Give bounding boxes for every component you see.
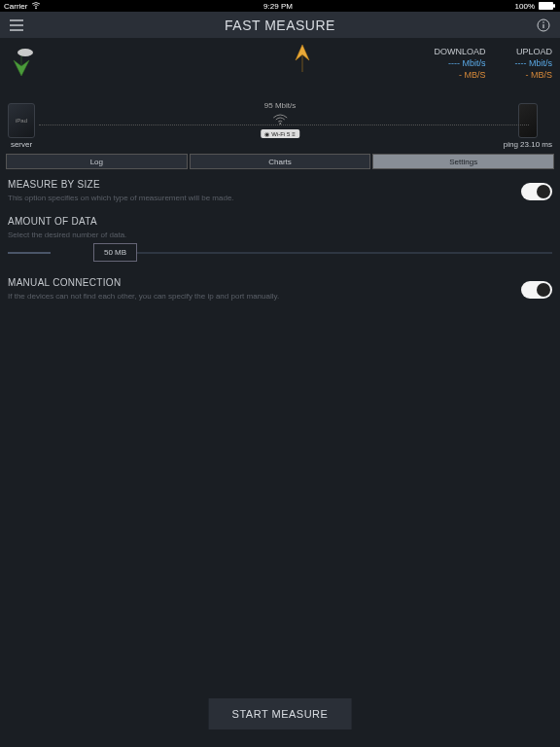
carrier-label: Carrier xyxy=(4,2,27,11)
svg-rect-5 xyxy=(542,24,543,28)
server-label: server xyxy=(11,140,32,149)
status-left: Carrier xyxy=(4,2,41,11)
start-measure-button[interactable]: START MEASURE xyxy=(209,698,352,729)
svg-rect-1 xyxy=(539,2,553,10)
manual-connection-title: MANUAL CONNECTION xyxy=(8,277,552,288)
svg-rect-2 xyxy=(553,4,555,8)
upload-label: UPLOAD xyxy=(516,47,552,56)
tabs: Log Charts Settings xyxy=(6,154,554,169)
battery-icon xyxy=(539,2,556,10)
svg-point-4 xyxy=(542,21,544,23)
download-label: DOWNLOAD xyxy=(434,47,485,56)
wifi-indicator: 95 Mbit/s ◉ Wi-Fi 5 ≡ xyxy=(261,101,299,138)
phone-icon xyxy=(518,103,538,138)
status-right: 100% xyxy=(515,2,556,11)
svg-point-7 xyxy=(279,123,281,124)
amount-of-data-title: AMOUNT OF DATA xyxy=(8,216,552,227)
info-icon[interactable] xyxy=(537,18,550,32)
page-title: FAST MEASURE xyxy=(0,18,560,33)
server-device: iPad server xyxy=(8,103,35,149)
download-mbit: ---- Mbit/s xyxy=(448,58,486,68)
speed-section: DOWNLOAD ---- Mbit/s - MB/S UPLOAD ---- … xyxy=(0,39,560,97)
battery-percent: 100% xyxy=(515,2,535,11)
upload-arrow-icon xyxy=(292,45,315,74)
measure-by-size-desc: This option specifies on which type of m… xyxy=(8,194,552,202)
client-device: ping 23.10 ms xyxy=(504,103,552,149)
wifi-badge: ◉ Wi-Fi 5 ≡ xyxy=(261,129,299,138)
upload-mbit: ---- Mbit/s xyxy=(515,58,553,68)
nav-bar: FAST MEASURE xyxy=(0,12,560,39)
measure-by-size-toggle[interactable] xyxy=(521,183,552,200)
settings-body: MEASURE BY SIZE This option specifies on… xyxy=(0,169,560,301)
download-values: DOWNLOAD ---- Mbit/s - MB/S xyxy=(31,47,486,80)
download-arrow-icon xyxy=(8,47,31,76)
tab-settings[interactable]: Settings xyxy=(372,154,554,169)
download-arrow-col xyxy=(8,47,31,76)
amount-of-data-desc: Select the desired number of data. xyxy=(8,231,552,239)
wifi-signal-icon xyxy=(31,2,41,10)
setting-manual-connection: MANUAL CONNECTION If the devices can not… xyxy=(8,277,552,301)
svg-point-0 xyxy=(36,8,38,10)
setting-amount-of-data: AMOUNT OF DATA Select the desired number… xyxy=(8,216,552,239)
wifi-icon xyxy=(271,112,289,129)
status-time: 9:29 PM xyxy=(263,2,293,11)
ping-label: ping 23.10 ms xyxy=(504,140,552,149)
tab-log[interactable]: Log xyxy=(6,154,188,169)
amount-slider[interactable]: 50 MB xyxy=(8,243,552,262)
amount-slider-handle[interactable]: 50 MB xyxy=(93,243,137,262)
upload-values: UPLOAD ---- Mbit/s - MB/S xyxy=(515,47,553,80)
download-mbs: - MB/S xyxy=(459,70,486,80)
menu-icon[interactable] xyxy=(10,19,23,31)
wifi-speed: 95 Mbit/s xyxy=(264,101,296,110)
devices-row: iPad server 95 Mbit/s ◉ Wi-Fi 5 ≡ ping 2… xyxy=(0,97,560,154)
manual-connection-toggle[interactable] xyxy=(521,281,552,299)
tab-charts[interactable]: Charts xyxy=(190,154,371,169)
ipad-icon: iPad xyxy=(8,103,35,138)
measure-by-size-title: MEASURE BY SIZE xyxy=(8,179,552,190)
status-bar: Carrier 9:29 PM 100% xyxy=(0,0,560,12)
setting-measure-by-size: MEASURE BY SIZE This option specifies on… xyxy=(8,179,552,202)
upload-mbs: - MB/S xyxy=(525,70,552,80)
manual-connection-desc: If the devices can not find each other, … xyxy=(8,292,552,301)
